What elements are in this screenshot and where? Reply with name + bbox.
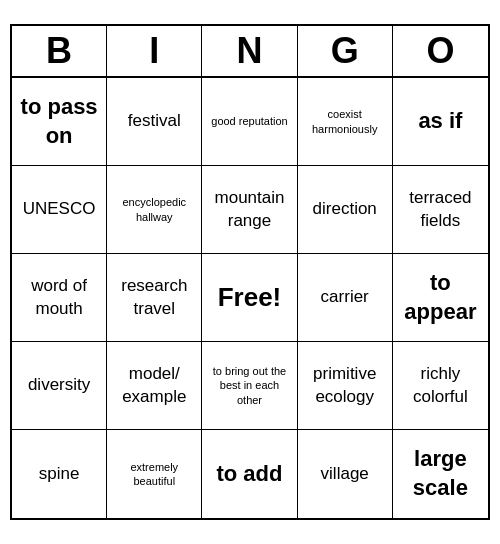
bingo-cell-0: to pass on bbox=[12, 78, 107, 166]
header-letter-o: O bbox=[393, 26, 488, 76]
bingo-cell-2: good reputation bbox=[202, 78, 297, 166]
cell-text-15: diversity bbox=[28, 374, 90, 396]
bingo-cell-5: UNESCO bbox=[12, 166, 107, 254]
cell-text-2: good reputation bbox=[211, 114, 287, 128]
bingo-cell-11: research travel bbox=[107, 254, 202, 342]
cell-text-10: word of mouth bbox=[16, 275, 102, 319]
bingo-cell-6: encyclopedic hallway bbox=[107, 166, 202, 254]
header-letter-n: N bbox=[202, 26, 297, 76]
bingo-cell-7: mountain range bbox=[202, 166, 297, 254]
cell-text-7: mountain range bbox=[206, 187, 292, 231]
bingo-cell-10: word of mouth bbox=[12, 254, 107, 342]
bingo-cell-4: as if bbox=[393, 78, 488, 166]
bingo-cell-22: to add bbox=[202, 430, 297, 518]
cell-text-0: to pass on bbox=[16, 93, 102, 150]
cell-text-13: carrier bbox=[321, 286, 369, 308]
bingo-cell-9: terraced fields bbox=[393, 166, 488, 254]
bingo-cell-12: Free! bbox=[202, 254, 297, 342]
bingo-cell-19: richly colorful bbox=[393, 342, 488, 430]
cell-text-5: UNESCO bbox=[23, 198, 96, 220]
cell-text-23: village bbox=[321, 463, 369, 485]
bingo-cell-8: direction bbox=[298, 166, 393, 254]
bingo-cell-13: carrier bbox=[298, 254, 393, 342]
cell-text-12: Free! bbox=[218, 281, 282, 315]
bingo-header: BINGO bbox=[12, 26, 488, 78]
bingo-grid: to pass onfestivalgood reputationcoexist… bbox=[12, 78, 488, 518]
cell-text-11: research travel bbox=[111, 275, 197, 319]
bingo-cell-23: village bbox=[298, 430, 393, 518]
header-letter-i: I bbox=[107, 26, 202, 76]
cell-text-22: to add bbox=[216, 460, 282, 489]
bingo-cell-17: to bring out the best in each other bbox=[202, 342, 297, 430]
cell-text-4: as if bbox=[418, 107, 462, 136]
cell-text-21: extremely beautiful bbox=[111, 460, 197, 489]
cell-text-9: terraced fields bbox=[397, 187, 484, 231]
cell-text-8: direction bbox=[313, 198, 377, 220]
bingo-cell-16: model/ example bbox=[107, 342, 202, 430]
bingo-cell-24: large scale bbox=[393, 430, 488, 518]
cell-text-14: to appear bbox=[397, 269, 484, 326]
bingo-cell-18: primitive ecology bbox=[298, 342, 393, 430]
cell-text-3: coexist harmoniously bbox=[302, 107, 388, 136]
header-letter-g: G bbox=[298, 26, 393, 76]
cell-text-16: model/ example bbox=[111, 363, 197, 407]
bingo-cell-15: diversity bbox=[12, 342, 107, 430]
header-letter-b: B bbox=[12, 26, 107, 76]
bingo-cell-14: to appear bbox=[393, 254, 488, 342]
bingo-card: BINGO to pass onfestivalgood reputationc… bbox=[10, 24, 490, 520]
cell-text-19: richly colorful bbox=[397, 363, 484, 407]
cell-text-18: primitive ecology bbox=[302, 363, 388, 407]
cell-text-20: spine bbox=[39, 463, 80, 485]
cell-text-24: large scale bbox=[397, 445, 484, 502]
bingo-cell-1: festival bbox=[107, 78, 202, 166]
cell-text-1: festival bbox=[128, 110, 181, 132]
cell-text-17: to bring out the best in each other bbox=[206, 364, 292, 407]
bingo-cell-21: extremely beautiful bbox=[107, 430, 202, 518]
bingo-cell-20: spine bbox=[12, 430, 107, 518]
bingo-cell-3: coexist harmoniously bbox=[298, 78, 393, 166]
cell-text-6: encyclopedic hallway bbox=[111, 195, 197, 224]
